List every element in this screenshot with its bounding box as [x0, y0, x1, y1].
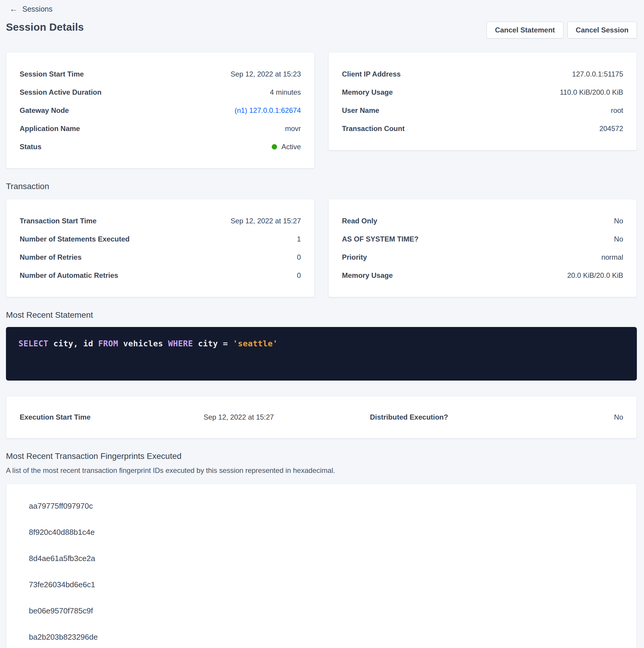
session-memory-usage-row: Memory Usage 110.0 KiB/200.0 KiB [342, 83, 623, 101]
statements-executed-label: Number of Statements Executed [20, 235, 129, 243]
session-start-time-label: Session Start Time [20, 70, 84, 78]
number-of-retries-value: 0 [297, 253, 301, 262]
automatic-retries-label: Number of Automatic Retries [20, 271, 118, 280]
cancel-statement-button[interactable]: Cancel Statement [486, 22, 563, 39]
sql-keyword: WHERE [168, 339, 193, 348]
status-row: Status Active [20, 138, 301, 156]
fingerprint-list-item: 73fe26034bd6e6c1 [29, 572, 623, 598]
sql-text: city = [193, 339, 233, 348]
session-info-card-right: Client IP Address 127.0.0.1:51175 Memory… [328, 52, 637, 150]
transaction-memory-usage-row: Memory Usage 20.0 KiB/20.0 KiB [342, 266, 623, 284]
as-of-system-time-row: AS OF SYSTEM TIME? No [342, 230, 623, 248]
fingerprint-list-item: 8d4ae61a5fb3ce2a [29, 545, 623, 572]
transaction-card-left: Transaction Start Time Sep 12, 2022 at 1… [6, 199, 314, 297]
user-name-label: User Name [342, 106, 379, 115]
client-ip-row: Client IP Address 127.0.0.1:51175 [342, 65, 623, 83]
as-of-system-time-label: AS OF SYSTEM TIME? [342, 235, 418, 243]
status-label: Status [20, 143, 41, 151]
automatic-retries-row: Number of Automatic Retries 0 [20, 266, 301, 284]
transaction-card-right: Read Only No AS OF SYSTEM TIME? No Prior… [328, 199, 637, 297]
priority-label: Priority [342, 253, 367, 262]
header-actions: Cancel Statement Cancel Session [486, 22, 637, 39]
gateway-node-link[interactable]: (n1) 127.0.0.1:62674 [235, 106, 301, 115]
application-name-value: movr [285, 124, 301, 133]
execution-info-card: Execution Start Time Sep 12, 2022 at 15:… [6, 396, 637, 438]
distributed-execution-value: No [614, 413, 623, 421]
session-memory-usage-value: 110.0 KiB/200.0 KiB [560, 88, 623, 97]
application-name-row: Application Name movr [20, 119, 301, 138]
priority-value: normal [601, 253, 623, 262]
statements-executed-value: 1 [297, 235, 301, 243]
sql-text: vehicles [118, 339, 168, 348]
transaction-memory-usage-value: 20.0 KiB/20.0 KiB [567, 271, 623, 280]
gateway-node-row: Gateway Node (n1) 127.0.0.1:62674 [20, 101, 301, 119]
page-header: Session Details Cancel Statement Cancel … [6, 21, 637, 39]
session-details-page: ← Sessions Session Details Cancel Statem… [0, 0, 644, 648]
transaction-count-value: 204572 [599, 124, 623, 133]
fingerprint-list-item: aa79775ff097970c [29, 493, 623, 519]
active-status-icon [272, 144, 277, 150]
distributed-execution-label: Distributed Execution? [370, 413, 614, 421]
sql-keyword: FROM [98, 339, 118, 348]
fingerprint-list-item: 8f920c40d88b1c4e [29, 519, 623, 545]
read-only-label: Read Only [342, 217, 377, 225]
transaction-count-row: Transaction Count 204572 [342, 119, 623, 138]
most-recent-statement-heading: Most Recent Statement [6, 310, 637, 320]
client-ip-label: Client IP Address [342, 70, 401, 78]
back-arrow-icon: ← [9, 5, 17, 13]
session-active-duration-label: Session Active Duration [20, 88, 102, 97]
sql-statement-box: SELECT city, id FROM vehicles WHERE city… [6, 327, 637, 381]
application-name-label: Application Name [20, 124, 80, 133]
session-info-card-left: Session Start Time Sep 12, 2022 at 15:23… [6, 52, 314, 169]
user-name-value: root [611, 106, 623, 115]
fingerprint-list-item: ba2b203b823296de [29, 624, 623, 648]
fingerprints-card: aa79775ff097970c 8f920c40d88b1c4e 8d4ae6… [6, 484, 637, 648]
fingerprints-section-description: A list of the most recent transaction fi… [6, 466, 637, 475]
read-only-value: No [614, 217, 623, 225]
user-name-row: User Name root [342, 101, 623, 119]
as-of-system-time-value: No [614, 235, 623, 243]
automatic-retries-value: 0 [297, 271, 301, 280]
transaction-start-time-label: Transaction Start Time [20, 217, 97, 225]
breadcrumb-back-sessions[interactable]: ← Sessions [6, 4, 52, 13]
page-title: Session Details [6, 21, 84, 33]
cancel-session-button[interactable]: Cancel Session [568, 22, 637, 39]
execution-start-time-value: Sep 12, 2022 at 15:27 [203, 413, 274, 421]
sql-statement-code: SELECT city, id FROM vehicles WHERE city… [18, 339, 624, 348]
session-summary-grid: Session Start Time Sep 12, 2022 at 15:23… [6, 52, 637, 169]
statements-executed-row: Number of Statements Executed 1 [20, 230, 301, 248]
transaction-start-time-row: Transaction Start Time Sep 12, 2022 at 1… [20, 212, 301, 230]
transaction-grid: Transaction Start Time Sep 12, 2022 at 1… [6, 199, 637, 297]
client-ip-value: 127.0.0.1:51175 [572, 70, 623, 78]
transaction-count-label: Transaction Count [342, 124, 405, 133]
status-value: Active [272, 143, 301, 151]
transaction-start-time-value: Sep 12, 2022 at 15:27 [231, 217, 301, 225]
execution-start-time-label: Execution Start Time [20, 413, 203, 421]
sql-keyword: SELECT [18, 339, 49, 348]
number-of-retries-label: Number of Retries [20, 253, 81, 262]
gateway-node-label: Gateway Node [20, 106, 69, 115]
read-only-row: Read Only No [342, 212, 623, 230]
fingerprint-list-item: be06e9570f785c9f [29, 598, 623, 624]
fingerprints-section-heading: Most Recent Transaction Fingerprints Exe… [6, 451, 637, 461]
number-of-retries-row: Number of Retries 0 [20, 248, 301, 266]
session-active-duration-row: Session Active Duration 4 minutes [20, 83, 301, 101]
sql-text: city, id [49, 339, 99, 348]
transaction-section-heading: Transaction [6, 182, 637, 191]
session-active-duration-value: 4 minutes [270, 88, 301, 97]
priority-row: Priority normal [342, 248, 623, 266]
transaction-memory-usage-label: Memory Usage [342, 271, 393, 280]
sql-string-literal: 'seattle' [233, 339, 278, 348]
session-start-time-value: Sep 12, 2022 at 15:23 [231, 70, 301, 78]
status-badge: Active [282, 143, 301, 151]
session-start-time-row: Session Start Time Sep 12, 2022 at 15:23 [20, 65, 301, 83]
session-memory-usage-label: Memory Usage [342, 88, 393, 97]
breadcrumb-label: Sessions [22, 5, 52, 13]
